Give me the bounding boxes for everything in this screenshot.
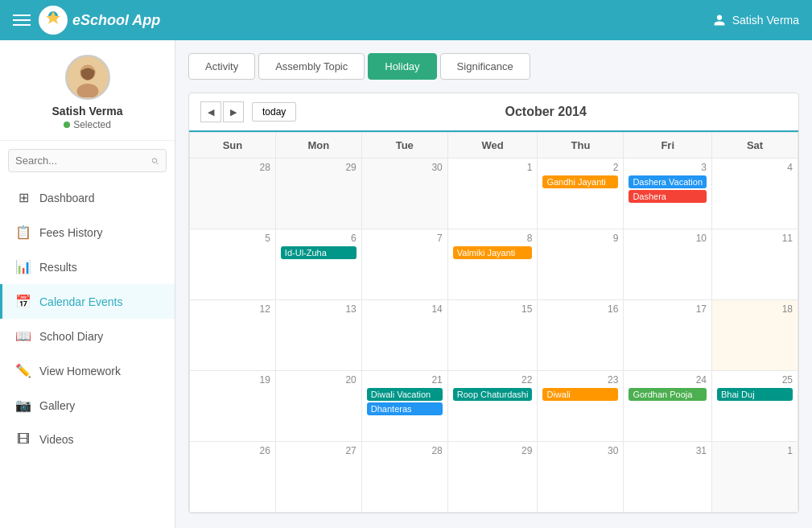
fees-icon: 📋	[15, 225, 31, 240]
calendar-cell[interactable]: 13	[275, 300, 361, 371]
sidebar-item-label: School Diary	[39, 330, 103, 343]
calendar-cell[interactable]: 27	[275, 442, 361, 513]
day-number: 3	[629, 162, 707, 173]
calendar-cell[interactable]: 29	[275, 159, 361, 229]
sidebar-item-fees-history[interactable]: 📋 Fees History	[0, 215, 175, 250]
calendar-cell[interactable]: 29	[447, 442, 538, 513]
calendar-grid: Sun Mon Tue Wed Thu Fri Sat 28293012Gand…	[189, 132, 798, 513]
hamburger-menu[interactable]	[13, 14, 31, 26]
sidebar-item-school-diary[interactable]: 📖 School Diary	[0, 319, 175, 353]
day-number: 7	[367, 233, 443, 244]
event-tag[interactable]: Diwali Vacation	[367, 388, 443, 401]
results-icon: 📊	[15, 259, 31, 274]
calendar-cell[interactable]: 12	[190, 300, 276, 371]
calendar-cell[interactable]: 22Roop Chaturdashi	[447, 371, 538, 442]
tab-holiday[interactable]: Holiday	[368, 53, 436, 80]
calendar-cell[interactable]: 4	[712, 159, 798, 229]
today-button[interactable]: today	[252, 102, 296, 122]
calendar-cell[interactable]: 16	[538, 300, 624, 371]
calendar-cell[interactable]: 5	[190, 229, 276, 300]
event-tag[interactable]: Dashera Vacation	[629, 175, 707, 188]
logo-icon	[39, 6, 68, 35]
tab-assembly-topic[interactable]: Assembly Topic	[258, 53, 365, 80]
logo-area: eSchool App	[39, 6, 160, 35]
sidebar-item-label: Results	[39, 261, 77, 274]
day-number: 10	[629, 233, 707, 244]
day-header-mon: Mon	[275, 133, 361, 159]
event-tag[interactable]: Diwali	[542, 388, 618, 401]
calendar-cell[interactable]: 6Id-Ul-Zuha	[275, 229, 361, 300]
calendar-cell[interactable]: 10	[624, 229, 712, 300]
day-number: 24	[629, 374, 707, 386]
day-number: 29	[281, 162, 357, 173]
calendar-cell[interactable]: 2Gandhi Jayanti	[538, 159, 624, 229]
day-number: 13	[281, 303, 357, 315]
sidebar-item-label: Dashboard	[39, 192, 95, 204]
search-box[interactable]	[8, 149, 167, 172]
sidebar-item-view-homework[interactable]: ✏️ View Homework	[0, 353, 175, 388]
calendar-cell[interactable]: 30	[361, 159, 447, 229]
calendar-cell[interactable]: 19	[190, 371, 276, 442]
day-number: 11	[717, 233, 793, 244]
calendar-cell[interactable]: 28	[190, 159, 276, 229]
calendar-cell[interactable]: 9	[538, 229, 624, 300]
calendar-cell[interactable]: 24Gordhan Pooja	[624, 371, 712, 442]
topbar-right: Satish Verma	[713, 14, 799, 27]
day-number: 8	[453, 233, 533, 244]
calendar-cell[interactable]: 3Dashera VacationDashera	[624, 159, 712, 229]
calendar-cell[interactable]: 14	[361, 300, 447, 371]
day-number: 26	[195, 445, 270, 456]
prev-month-button[interactable]: ◀	[200, 101, 221, 122]
topbar-left: eSchool App	[13, 6, 160, 35]
day-number: 18	[717, 303, 793, 315]
day-header-fri: Fri	[624, 133, 712, 159]
tab-significance[interactable]: Significance	[440, 53, 530, 80]
calendar-cell[interactable]: 11	[712, 229, 798, 300]
sidebar-nav: ⊞ Dashboard 📋 Fees History 📊 Results 📅 C…	[0, 180, 175, 456]
sidebar-item-dashboard[interactable]: ⊞ Dashboard	[0, 180, 175, 215]
calendar-cell[interactable]: 26	[190, 442, 276, 513]
day-header-wed: Wed	[447, 133, 538, 159]
calendar-cell[interactable]: 7	[361, 229, 447, 300]
status-dot	[64, 122, 70, 128]
next-month-button[interactable]: ▶	[223, 101, 244, 122]
calendar-cell[interactable]: 1	[447, 159, 538, 229]
day-number: 17	[629, 303, 707, 315]
event-tag[interactable]: Valmiki Jayanti	[453, 246, 533, 259]
calendar-cell[interactable]: 21Diwali VacationDhanteras	[361, 371, 447, 442]
calendar-cell[interactable]: 31	[624, 442, 712, 513]
sidebar-item-gallery[interactable]: 📷 Gallery	[0, 388, 175, 423]
day-number: 23	[542, 374, 618, 386]
sidebar-item-videos[interactable]: 🎞 Videos	[0, 423, 175, 456]
day-number: 15	[453, 303, 533, 315]
calendar-cell[interactable]: 20	[275, 371, 361, 442]
calendar-cell[interactable]: 28	[361, 442, 447, 513]
calendar-cell[interactable]: 15	[447, 300, 538, 371]
sidebar: Satish Verma Selected ⊞ Dashboard 📋 Fees…	[0, 40, 175, 528]
status-label: Selected	[73, 119, 111, 130]
event-tag[interactable]: Dashera	[629, 190, 707, 203]
day-number: 5	[195, 233, 270, 244]
sidebar-item-results[interactable]: 📊 Results	[0, 250, 175, 284]
event-tag[interactable]: Gandhi Jayanti	[542, 175, 618, 188]
search-input[interactable]	[15, 155, 150, 167]
calendar-cell[interactable]: 23Diwali	[538, 371, 624, 442]
event-tag[interactable]: Dhanteras	[367, 402, 443, 415]
calendar-cell[interactable]: 17	[624, 300, 712, 371]
event-tag[interactable]: Gordhan Pooja	[629, 388, 707, 401]
calendar-cell[interactable]: 18	[712, 300, 798, 371]
sidebar-item-label: Videos	[39, 433, 74, 446]
calendar-cell[interactable]: 25Bhai Duj	[712, 371, 798, 442]
event-tag[interactable]: Bhai Duj	[717, 388, 793, 401]
day-number: 20	[281, 374, 357, 386]
calendar-week-row: 12131415161718	[190, 300, 798, 371]
calendar-cell[interactable]: 1	[712, 442, 798, 513]
day-number: 29	[453, 445, 533, 456]
event-tag[interactable]: Roop Chaturdashi	[453, 388, 533, 401]
event-tag[interactable]: Id-Ul-Zuha	[281, 246, 357, 259]
tab-activity[interactable]: Activity	[188, 53, 255, 80]
calendar-cell[interactable]: 8Valmiki Jayanti	[447, 229, 538, 300]
calendar-cell[interactable]: 30	[538, 442, 624, 513]
calendar-week-row: 56Id-Ul-Zuha78Valmiki Jayanti91011	[190, 229, 798, 300]
sidebar-item-calendar-events[interactable]: 📅 Calendar Events	[0, 284, 175, 319]
